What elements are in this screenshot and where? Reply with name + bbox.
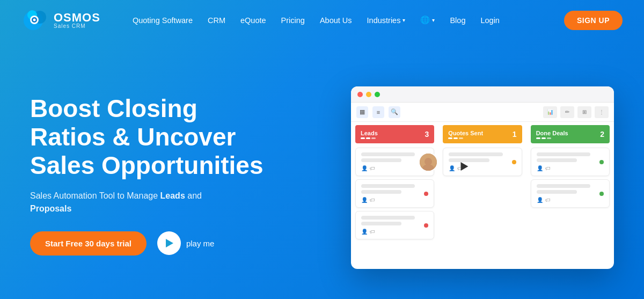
nav-equote[interactable]: eQuote [240,16,266,25]
card-line [361,152,415,156]
col-title-leads: Leads [361,130,378,136]
card-status-dot [424,223,428,228]
col-title-done: Done Deals [536,130,568,136]
card-person-icon: 👤 [537,197,543,203]
window-close-dot [357,92,363,97]
nav-globe[interactable]: 🌐 ▾ [420,16,435,25]
col-count-quotes: 1 [513,130,517,138]
play-triangle-icon [166,239,173,247]
dashboard-mockup: ▦ ≡ 🔍 📊 ✏ ⊞ ⋮ Leads [351,86,614,269]
card-tag-icon: 🏷 [457,165,463,171]
card-person-icon: 👤 [361,229,368,235]
subtitle-leads: Leads [160,191,185,200]
kanban-card: 👤 🏷 [355,148,434,176]
card-tag-icon: 🏷 [370,165,375,171]
toolbar-search-icon: 🔍 [389,106,400,118]
card-avatar [419,152,438,172]
card-line [537,152,590,156]
play-circle [157,231,181,255]
nav-right: SIGN UP [564,11,623,30]
nav-pricing[interactable]: Pricing [281,16,305,25]
card-tag-icon: 🏷 [545,165,551,171]
toolbar-right-icons: 📊 ✏ ⊞ ⋮ [543,106,609,118]
play-label: play me [186,239,215,248]
card-tag-icon: 🏷 [370,197,375,203]
hero-actions: Start Free 30 days trial play me [30,231,277,256]
signup-button[interactable]: SIGN UP [564,11,623,30]
hero-title: Boost Closing Ratios & Uncover Sales Opp… [30,94,277,180]
card-status-dot [599,192,604,196]
hero-right: ▦ ≡ 🔍 📊 ✏ ⊞ ⋮ Leads [277,81,614,269]
window-toolbar: ▦ ≡ 🔍 📊 ✏ ⊞ ⋮ [351,103,614,122]
kanban-card: 👤 🏷 [531,148,610,176]
col-count-leads: 3 [425,130,429,138]
nav-crm[interactable]: CRM [208,16,225,25]
svg-point-5 [33,18,36,21]
card-line [537,190,577,194]
col-header-done: Done Deals 2 [531,125,610,143]
card-status-dot [512,160,516,164]
card-line [449,158,489,162]
window-titlebar [351,86,614,103]
col-title-quotes: Quotes Sent [448,130,483,136]
card-line [361,222,401,225]
card-person-icon: 👤 [537,165,543,171]
card-person-icon: 👤 [361,165,368,171]
card-status-dot [599,160,604,164]
card-line [361,184,415,188]
card-tag-icon: 🏷 [370,229,375,235]
col-header-leads: Leads 3 [355,125,434,143]
card-line [449,152,502,156]
kanban-card: 👤 🏷 [531,179,610,208]
card-status-dot [424,192,428,196]
card-line [361,158,401,162]
hero-left: Boost Closing Ratios & Uncover Sales Opp… [30,94,277,256]
globe-icon: 🌐 [420,16,430,25]
nav-blog[interactable]: Blog [450,16,465,25]
toolbar-more-icon: ⋮ [595,106,609,118]
toolbar-list-icon: ≡ [372,106,384,118]
col-header-quotes: Quotes Sent 1 [443,125,522,143]
nav-about-us[interactable]: About Us [320,16,352,25]
card-line [361,190,401,194]
nav-industries[interactable]: Industries ▾ [367,16,406,25]
nav-links: Quoting Software CRM eQuote Pricing Abou… [133,16,564,25]
brand-sub: Sales CRM [54,24,100,29]
window-minimize-dot [366,92,371,97]
kanban-col-done: Done Deals 2 [526,122,614,269]
globe-chevron-icon: ▾ [432,17,435,23]
kanban-board: Leads 3 [351,122,614,269]
kanban-card: 👤 🏷 [443,148,522,176]
subtitle-plain: Sales Automation Tool to Manage [30,191,160,200]
trial-button[interactable]: Start Free 30 days trial [30,231,147,256]
kanban-col-quotes: Quotes Sent 1 [438,122,526,269]
hero-section: Boost Closing Ratios & Uncover Sales Opp… [0,40,644,299]
card-line [537,158,577,162]
navbar: OSMOS Sales CRM Quoting Software CRM eQu… [0,0,644,40]
nav-quoting-software[interactable]: Quoting Software [133,16,193,25]
brand-name: OSMOS [54,12,100,24]
subtitle-proposals: Proposals [30,204,71,213]
industries-chevron-icon: ▾ [402,17,405,23]
nav-login[interactable]: Login [480,16,499,25]
hero-subtitle: Sales Automation Tool to Manage Leads an… [30,189,277,215]
kanban-card: 👤 🏷 [355,211,434,239]
toolbar-chart-icon: 📊 [543,106,557,118]
subtitle-mid: and [185,191,202,200]
toolbar-filter-icon: ⊞ [577,106,591,118]
play-button-area[interactable]: play me [157,231,215,255]
kanban-col-leads: Leads 3 [351,122,438,269]
logo-text: OSMOS Sales CRM [54,12,100,29]
logo-icon [21,6,49,34]
toolbar-grid-icon: ▦ [356,106,368,118]
card-tag-icon: 🏷 [545,197,551,203]
toolbar-edit-icon: ✏ [560,106,574,118]
col-count-done: 2 [600,130,604,138]
card-person-icon: 👤 [449,165,455,171]
window-maximize-dot [375,92,380,97]
kanban-card: 👤 🏷 [355,179,434,208]
card-line [361,216,415,220]
card-person-icon: 👤 [361,197,368,203]
card-line [537,184,590,188]
logo[interactable]: OSMOS Sales CRM [21,6,100,34]
